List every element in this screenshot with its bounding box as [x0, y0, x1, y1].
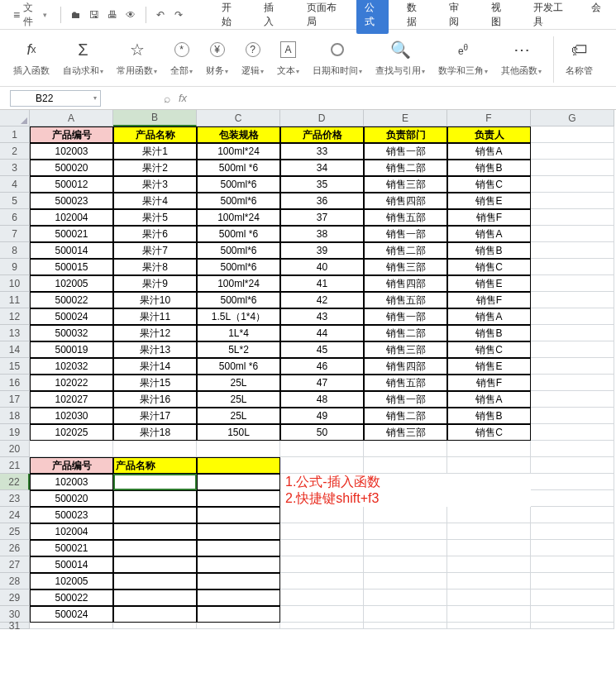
- cell-empty[interactable]: [531, 126, 614, 143]
- table-cell[interactable]: 销售四部: [364, 275, 447, 292]
- table-cell[interactable]: 果汁2: [113, 160, 197, 176]
- table-cell[interactable]: 销售五部: [364, 292, 447, 308]
- ribbon-日期和时间[interactable]: 日期和时间▾: [308, 36, 367, 77]
- ribbon-数学和三角[interactable]: eθ数学和三角▾: [433, 36, 493, 77]
- cell-empty[interactable]: [447, 606, 531, 623]
- table2-id[interactable]: 102005: [30, 573, 113, 589]
- row-head-1[interactable]: 1: [0, 126, 30, 143]
- tab-1[interactable]: 插入: [255, 0, 288, 34]
- cell-empty[interactable]: [531, 606, 614, 623]
- table-cell[interactable]: 销售C: [447, 341, 531, 358]
- table2-name[interactable]: [113, 490, 197, 507]
- tab-2[interactable]: 页面布局: [298, 0, 346, 34]
- cell-empty[interactable]: [531, 589, 614, 606]
- row-head-23[interactable]: 23: [0, 490, 30, 507]
- col-head-E[interactable]: E: [364, 110, 447, 126]
- row-head-18[interactable]: 18: [0, 408, 30, 424]
- cell-empty[interactable]: [531, 308, 614, 325]
- col-head-B[interactable]: B: [113, 110, 197, 126]
- table-cell[interactable]: 销售一部: [364, 391, 447, 408]
- ribbon-名称管[interactable]: 🏷名称管: [561, 36, 598, 77]
- table-cell[interactable]: 500ml*6: [197, 193, 280, 209]
- table-cell[interactable]: 销售二部: [364, 242, 447, 259]
- table2-name[interactable]: [113, 523, 197, 540]
- cell-empty[interactable]: [447, 573, 531, 589]
- cell-empty[interactable]: [364, 457, 447, 474]
- cell-empty[interactable]: [531, 160, 614, 176]
- cell-empty[interactable]: [531, 259, 614, 275]
- table2-name[interactable]: [113, 507, 197, 523]
- select-all-corner[interactable]: [0, 110, 30, 126]
- table-cell[interactable]: 47: [280, 375, 364, 391]
- ribbon-自动求和[interactable]: Σ自动求和▾: [58, 36, 108, 77]
- table-cell[interactable]: 500021: [30, 226, 113, 242]
- table-cell[interactable]: 500015: [30, 259, 113, 275]
- name-box[interactable]: B22 ▾: [10, 90, 101, 107]
- col-head-F[interactable]: F: [447, 110, 531, 126]
- table2-c[interactable]: [197, 474, 280, 490]
- cell-empty[interactable]: [531, 143, 614, 160]
- file-menu[interactable]: ≡ 文件 ▾: [7, 0, 54, 32]
- row-head-6[interactable]: 6: [0, 209, 30, 226]
- table-cell[interactable]: 500ml *6: [197, 358, 280, 375]
- row-head-21[interactable]: 21: [0, 457, 30, 474]
- cell-empty[interactable]: [447, 441, 531, 457]
- table2-name[interactable]: [113, 540, 197, 556]
- row-head-26[interactable]: 26: [0, 540, 30, 556]
- table-cell[interactable]: 销售五部: [364, 375, 447, 391]
- ribbon-常用函数[interactable]: ☆常用函数▾: [112, 36, 162, 77]
- table-cell[interactable]: 果汁6: [113, 226, 197, 242]
- table-cell[interactable]: 102032: [30, 358, 113, 375]
- table2-c[interactable]: [197, 556, 280, 573]
- ribbon-财务[interactable]: ¥财务▾: [201, 36, 233, 77]
- table-cell[interactable]: 102005: [30, 275, 113, 292]
- table-cell[interactable]: 销售三部: [364, 424, 447, 441]
- table-cell[interactable]: 100ml*24: [197, 209, 280, 226]
- table-cell[interactable]: 果汁16: [113, 391, 197, 408]
- cell-empty[interactable]: [531, 474, 614, 490]
- redo-icon[interactable]: ↷: [170, 6, 187, 24]
- table-cell[interactable]: 500022: [30, 292, 113, 308]
- table-cell[interactable]: 果汁17: [113, 408, 197, 424]
- row-head-24[interactable]: 24: [0, 507, 30, 523]
- table-cell[interactable]: 销售三部: [364, 176, 447, 193]
- cell-empty[interactable]: [531, 391, 614, 408]
- table-cell[interactable]: 500ml *6: [197, 226, 280, 242]
- table-cell[interactable]: 100ml*24: [197, 275, 280, 292]
- table-cell[interactable]: 果汁12: [113, 325, 197, 341]
- table-cell[interactable]: 果汁7: [113, 242, 197, 259]
- table-cell[interactable]: 40: [280, 259, 364, 275]
- table-cell[interactable]: 37: [280, 209, 364, 226]
- table-cell[interactable]: 果汁13: [113, 341, 197, 358]
- table-cell[interactable]: 5L*2: [197, 341, 280, 358]
- table-cell[interactable]: 销售B: [447, 325, 531, 341]
- col-head-A[interactable]: A: [30, 110, 113, 126]
- table-cell[interactable]: 102027: [30, 391, 113, 408]
- tab-8[interactable]: 会: [583, 0, 609, 34]
- table2-id[interactable]: 102004: [30, 523, 113, 540]
- table-cell[interactable]: 43: [280, 308, 364, 325]
- cell-empty[interactable]: [447, 523, 531, 540]
- ribbon-全部[interactable]: *全部▾: [165, 36, 198, 77]
- save-icon[interactable]: 🖫: [86, 6, 103, 24]
- table-header[interactable]: 包装规格: [197, 126, 280, 143]
- cell-empty[interactable]: [280, 540, 364, 556]
- table-cell[interactable]: 44: [280, 325, 364, 341]
- table-cell[interactable]: 销售E: [447, 358, 531, 375]
- table-cell[interactable]: 34: [280, 160, 364, 176]
- table2-id[interactable]: 500020: [30, 490, 113, 507]
- table-cell[interactable]: 46: [280, 358, 364, 375]
- cell-empty[interactable]: [531, 408, 614, 424]
- table2-header[interactable]: [197, 457, 280, 474]
- table-cell[interactable]: 果汁14: [113, 358, 197, 375]
- cell-empty[interactable]: [280, 556, 364, 573]
- table2-name[interactable]: [113, 474, 197, 490]
- tab-0[interactable]: 开始: [213, 0, 246, 34]
- cell-empty[interactable]: [364, 556, 447, 573]
- table-cell[interactable]: 销售C: [447, 424, 531, 441]
- table-cell[interactable]: 销售E: [447, 193, 531, 209]
- table2-id[interactable]: 500014: [30, 556, 113, 573]
- table-cell[interactable]: 25L: [197, 391, 280, 408]
- cell-empty[interactable]: [531, 457, 614, 474]
- cell-empty[interactable]: [531, 341, 614, 358]
